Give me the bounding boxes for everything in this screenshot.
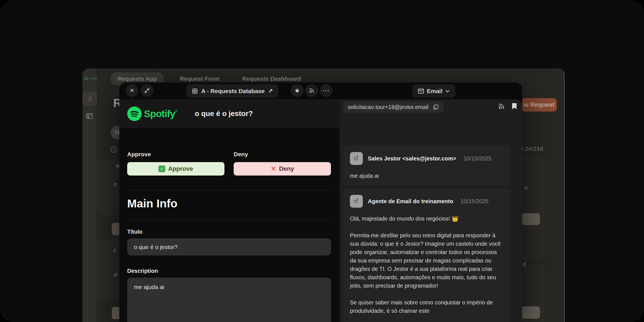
partial-letter: n [524,184,528,191]
database-link-label: A - Requests Database [201,88,265,94]
background-sidebar: Spotify ☝ [82,68,96,322]
spotify-logo-icon [127,106,142,121]
registered-mark: ® [175,109,177,113]
approve-check-icon: ✓ [158,165,165,172]
screen: Spotify ☝ Requests App Request Form Requ… [0,0,644,322]
approve-button-label: Approve [168,165,193,172]
database-link-pill[interactable]: A - Requests Database ↗ [186,84,278,98]
background-pill-button [522,306,540,319]
view-selector[interactable]: Email [412,84,455,98]
approve-button[interactable]: ✓ Approve [127,162,224,176]
sender-name: Agente de Email do treinamento [368,198,453,205]
broadcast-button[interactable] [498,103,505,110]
message-body: me ajuda ai [350,172,504,180]
message-date: 10/15/2025 [461,198,489,205]
favorite-button[interactable]: ★ [291,84,304,97]
copy-icon [432,104,439,110]
record-form-panel: Spotify® o que é o jestor? Approve Deny … [119,99,340,322]
bookmark-icon [512,103,517,110]
spotify-wordmark: Spotify [144,108,175,119]
email-message[interactable]: Agente de Email do treinamento 10/15/202… [343,188,510,322]
star-icon: ★ [294,87,300,94]
email-panel-actions [498,103,517,110]
collapse-icon [144,88,150,93]
envelope-icon [418,89,424,94]
clock-icon [110,146,117,153]
background-pill-button [522,213,540,225]
rss-icon [309,88,314,93]
close-button[interactable]: ✕ [126,84,138,97]
divider [127,190,331,190]
view-selector-label: Email [427,88,442,94]
titulo-value: o que é o jestor? [134,244,177,250]
email-panel: solicitacao.tour+18@jestor.email Sales J… [340,99,522,322]
message-header: Sales Jestor <sales@jestor.com> 10/15/20… [350,152,504,165]
table-icon [192,88,198,94]
record-title: o que é o jestor? [195,109,253,118]
sender-name: Sales Jestor <sales@jestor.com> [368,155,456,162]
jestor-avatar-icon [350,195,363,208]
partial-letter: o [113,181,117,188]
description-label: Description [127,268,158,274]
collapse-button[interactable] [141,84,153,97]
email-address: solicitacao.tour+18@jestor.email [348,104,428,110]
ellipsis-icon: ⋯ [322,86,330,95]
spotify-mini-icon [85,77,88,80]
brand-row: Spotify® o que é o jestor? [119,99,340,128]
background-card [522,156,544,260]
more-button[interactable]: ⋯ [320,84,333,97]
approve-field-label: Approve [127,151,151,158]
description-textarea[interactable]: me ajuda ai Aa B I S 123 H [127,278,331,322]
dashboard-icon[interactable] [86,112,93,120]
broadcast-button[interactable] [305,84,318,97]
close-icon: ✕ [130,87,134,94]
divider [127,219,331,220]
email-message[interactable]: Sales Jestor <sales@jestor.com> 10/15/20… [343,145,510,186]
new-request-button[interactable]: w Request [522,98,557,112]
deny-button-label: Deny [279,165,294,172]
modal-header: ✕ A - Requests Database ↗ ★ [119,82,522,99]
open-arrow-icon: ↗ [268,88,273,94]
background-card [96,239,120,300]
spotify-mini-logo: Spotify [85,77,98,80]
email-address-pill[interactable]: solicitacao.tour+18@jestor.email [343,101,444,113]
spotify-mini-label: Spotify [89,77,98,80]
partial-letter: c [113,247,116,254]
record-modal: ✕ A - Requests Database ↗ ★ [119,82,522,322]
section-title: Main Info [127,197,177,210]
bookmark-button[interactable] [512,103,517,110]
deny-field-label: Deny [234,151,248,158]
titulo-label: Título [127,229,142,235]
deny-button[interactable]: ✕ Deny [234,162,331,176]
message-body: Olá, majestade do mundo dos negócios! 👑 … [350,214,504,315]
description-value: me ajuda ai [134,284,164,290]
chevron-down-icon [445,90,450,93]
sidebar-item-requests[interactable]: ☝ [82,91,97,106]
titulo-input[interactable]: o que é o jestor? [127,238,331,255]
partial-letter: d [523,261,526,267]
deny-x-icon: ✕ [271,165,276,173]
message-header: Agente de Email do treinamento 10/15/202… [350,195,504,208]
finger-emoji-icon: ☝ [88,95,92,103]
timer-text: k 2m21d [520,145,543,152]
rss-icon [498,103,505,110]
message-date: 10/15/2025 [463,155,491,162]
jestor-avatar-icon [350,152,363,165]
partial-letter: P [114,272,118,279]
